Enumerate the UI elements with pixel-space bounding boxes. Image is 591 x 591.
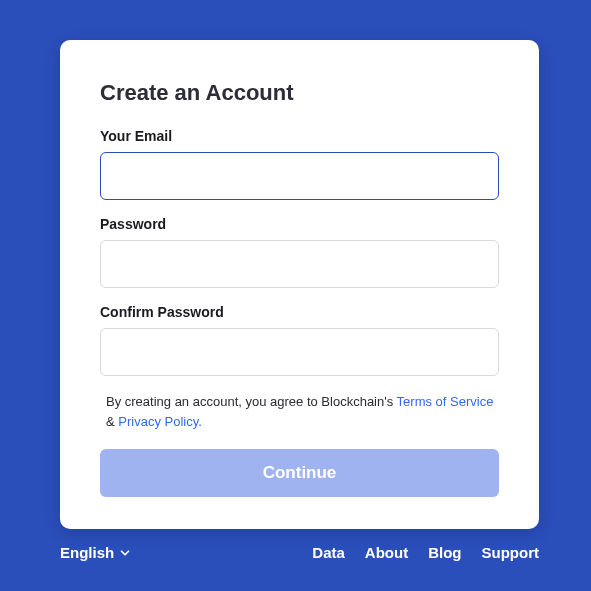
password-input[interactable] [100, 240, 499, 288]
footer-link-blog[interactable]: Blog [428, 544, 461, 561]
email-input[interactable] [100, 152, 499, 200]
confirm-password-input[interactable] [100, 328, 499, 376]
email-label: Your Email [100, 128, 499, 144]
signup-card: Create an Account Your Email Password Co… [60, 40, 539, 529]
language-label: English [60, 544, 114, 561]
password-field-group: Password [100, 216, 499, 288]
privacy-policy-link[interactable]: Privacy Policy. [118, 414, 202, 429]
footer-links: Data About Blog Support [312, 544, 539, 561]
chevron-down-icon [118, 546, 132, 560]
password-label: Password [100, 216, 499, 232]
confirm-password-label: Confirm Password [100, 304, 499, 320]
confirm-password-field-group: Confirm Password [100, 304, 499, 376]
agreement-text: By creating an account, you agree to Blo… [106, 392, 499, 431]
agreement-prefix: By creating an account, you agree to Blo… [106, 394, 397, 409]
agreement-separator: & [106, 414, 118, 429]
terms-of-service-link[interactable]: Terms of Service [397, 394, 494, 409]
footer: English Data About Blog Support [60, 544, 539, 561]
language-selector[interactable]: English [60, 544, 132, 561]
continue-button[interactable]: Continue [100, 449, 499, 497]
page-title: Create an Account [100, 80, 499, 106]
email-field-group: Your Email [100, 128, 499, 200]
footer-link-data[interactable]: Data [312, 544, 345, 561]
footer-link-about[interactable]: About [365, 544, 408, 561]
footer-link-support[interactable]: Support [482, 544, 540, 561]
